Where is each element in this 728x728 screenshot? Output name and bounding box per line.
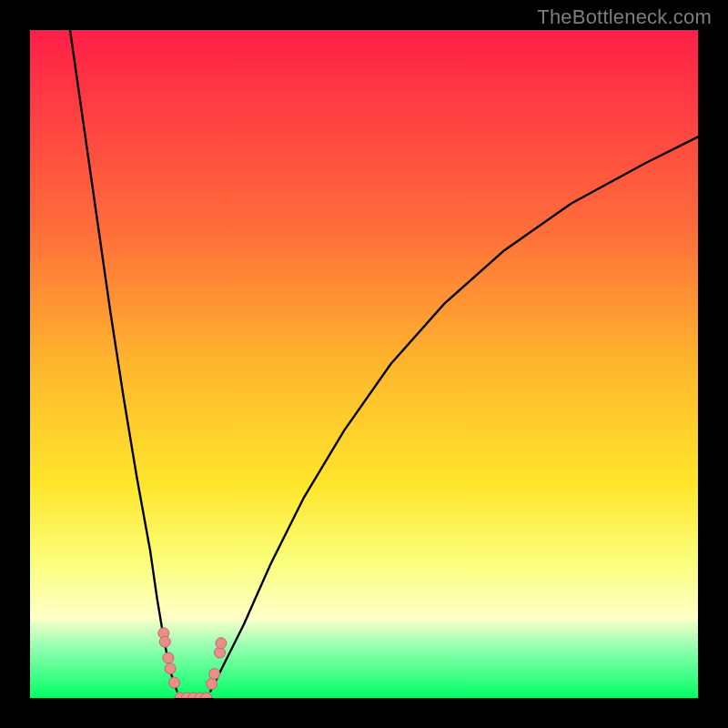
marker-point (163, 652, 174, 663)
marker-point (216, 638, 227, 649)
marker-point (169, 677, 180, 688)
chart-stage: TheBottleneck.com (0, 0, 728, 728)
watermark-text: TheBottleneck.com (537, 5, 712, 29)
marker-point (159, 636, 170, 647)
marker-point (209, 669, 220, 680)
marker-point (207, 679, 217, 690)
right-curve (210, 136, 698, 691)
curves-layer (30, 30, 698, 698)
marker-group (158, 628, 227, 698)
plot-area (30, 30, 698, 698)
marker-point (165, 663, 176, 674)
left-curve (70, 30, 177, 692)
